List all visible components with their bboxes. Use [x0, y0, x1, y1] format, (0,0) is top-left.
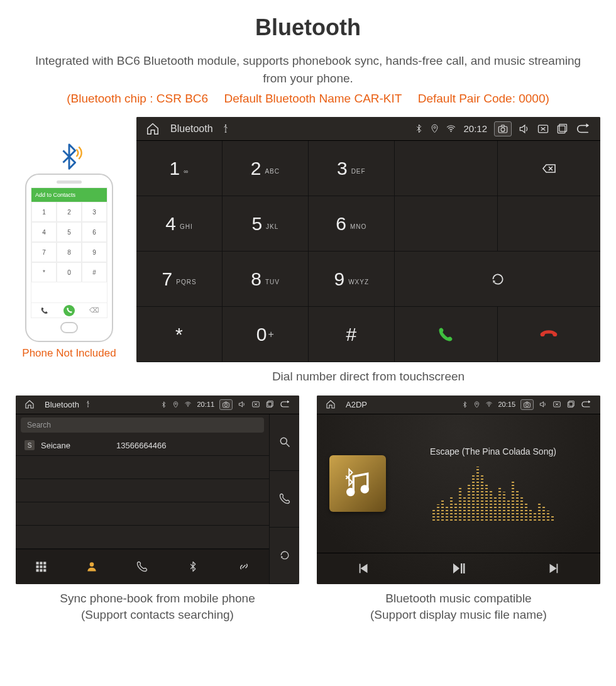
- statusbar: Bluetooth 20:11: [16, 396, 299, 414]
- back-icon[interactable]: [279, 399, 290, 409]
- hangup-button[interactable]: [498, 307, 600, 362]
- contacts-bottom-nav: [16, 549, 269, 584]
- music-controls: [317, 553, 600, 584]
- home-icon[interactable]: [146, 122, 160, 136]
- wifi-icon: [184, 401, 192, 408]
- camera-icon[interactable]: [219, 399, 233, 410]
- key-0[interactable]: 0+: [223, 307, 309, 362]
- side-refresh-button[interactable]: [269, 528, 299, 584]
- spec-code: Default Pair Code: 0000): [418, 92, 549, 105]
- statusbar-title: Bluetooth: [45, 400, 79, 409]
- contact-badge: S: [25, 440, 35, 450]
- dialer-screen: Bluetooth 20:12 1∞2ABC3DEF4GHI5JKL6MNO7P…: [136, 117, 600, 362]
- statusbar: A2DP 20:15: [317, 396, 600, 414]
- spec-chip: (Bluetooth chip : CSR BC6: [67, 92, 208, 105]
- contact-row[interactable]: S Seicane 13566664466: [16, 436, 269, 456]
- nav-pair[interactable]: [218, 550, 269, 584]
- back-icon[interactable]: [580, 399, 591, 409]
- page-subtitle: Integrated with BC6 Bluetooth module, su…: [31, 52, 585, 87]
- side-call-button[interactable]: [269, 471, 299, 528]
- nav-bluetooth[interactable]: [168, 550, 219, 584]
- back-icon[interactable]: [575, 122, 591, 136]
- nav-recent-calls[interactable]: [117, 550, 168, 584]
- wifi-icon: [446, 123, 456, 134]
- volume-icon[interactable]: [539, 400, 547, 409]
- prev-track-button[interactable]: [317, 553, 411, 584]
- statusbar-time: 20:15: [498, 401, 515, 408]
- bluetooth-icon: [414, 124, 424, 133]
- home-icon[interactable]: [326, 399, 336, 409]
- contact-number: 13566664466: [116, 441, 167, 450]
- equalizer-visualizer: [399, 465, 588, 521]
- wifi-icon: [485, 401, 493, 408]
- statusbar: Bluetooth 20:12: [136, 117, 600, 141]
- usb-icon: [221, 124, 231, 134]
- redial-button[interactable]: [395, 252, 600, 306]
- key-2[interactable]: 2ABC: [223, 141, 309, 196]
- close-icon[interactable]: [251, 400, 260, 409]
- contact-name: Seicane: [41, 441, 116, 450]
- phone-caption: Phone Not Included: [16, 347, 123, 360]
- key-7[interactable]: 7PQRS: [136, 252, 223, 306]
- camera-icon[interactable]: [494, 121, 512, 136]
- nav-contacts[interactable]: [67, 550, 118, 584]
- phone-greenbar: Add to Contacts: [31, 188, 107, 202]
- key-6[interactable]: 6MNO: [309, 196, 395, 251]
- key-3[interactable]: 3DEF: [309, 141, 395, 196]
- location-icon: [473, 401, 480, 408]
- key-9[interactable]: 9WXYZ: [309, 252, 395, 306]
- contacts-caption: Sync phone-book from mobile phone (Suppo…: [16, 590, 299, 624]
- dialer-caption: Dial number direct from touchscreen: [136, 368, 600, 385]
- location-icon: [172, 401, 179, 408]
- close-icon[interactable]: [553, 400, 561, 409]
- home-icon[interactable]: [25, 399, 35, 409]
- key-8[interactable]: 8TUV: [223, 252, 309, 306]
- svg-point-32: [346, 487, 355, 496]
- phone-mockup: Add to Contacts 123456789*0# 📞 ⌫: [25, 174, 113, 342]
- spec-line: (Bluetooth chip : CSR BC6 Default Blueto…: [16, 92, 600, 106]
- statusbar-time: 20:12: [463, 123, 487, 134]
- music-caption: Bluetooth music compatible (Support disp…: [317, 590, 600, 624]
- key-#[interactable]: #: [309, 307, 395, 362]
- recent-apps-icon[interactable]: [566, 400, 575, 409]
- bluetooth-icon: [461, 401, 468, 408]
- volume-icon[interactable]: [518, 123, 531, 135]
- backspace-button[interactable]: [498, 141, 600, 196]
- contacts-screen: Bluetooth 20:11 Search: [16, 396, 299, 584]
- play-pause-button[interactable]: [411, 553, 505, 584]
- album-art: [329, 455, 386, 512]
- recent-apps-icon[interactable]: [265, 400, 274, 409]
- page-title: Bluetooth: [16, 14, 600, 41]
- statusbar-title: Bluetooth: [170, 123, 213, 135]
- key-4[interactable]: 4GHI: [136, 196, 223, 251]
- usb-icon: [84, 401, 92, 408]
- recent-apps-icon[interactable]: [556, 123, 568, 135]
- svg-point-33: [361, 485, 370, 494]
- call-button[interactable]: [395, 307, 498, 362]
- next-track-button[interactable]: [506, 553, 600, 584]
- bluetooth-icon: [160, 401, 167, 408]
- nav-keypad[interactable]: [16, 550, 67, 584]
- close-icon[interactable]: [537, 123, 549, 135]
- spec-name: Default Bluetooth Name CAR-KIT: [224, 92, 402, 105]
- location-icon: [430, 124, 439, 133]
- track-title: Escape (The Pina Colada Song): [399, 446, 588, 456]
- search-input[interactable]: Search: [21, 418, 264, 433]
- key-1[interactable]: 1∞: [136, 141, 223, 196]
- music-screen: A2DP 20:15: [317, 396, 600, 584]
- volume-icon[interactable]: [238, 400, 246, 409]
- key-*[interactable]: *: [136, 307, 223, 362]
- statusbar-time: 20:11: [197, 401, 214, 408]
- statusbar-title: A2DP: [346, 400, 367, 409]
- bluetooth-signal-icon: [55, 142, 84, 171]
- camera-icon[interactable]: [520, 399, 534, 410]
- phone-mockup-column: Add to Contacts 123456789*0# 📞 ⌫ Phone N…: [16, 117, 123, 360]
- side-search-button[interactable]: [269, 414, 299, 471]
- key-5[interactable]: 5JKL: [223, 196, 309, 251]
